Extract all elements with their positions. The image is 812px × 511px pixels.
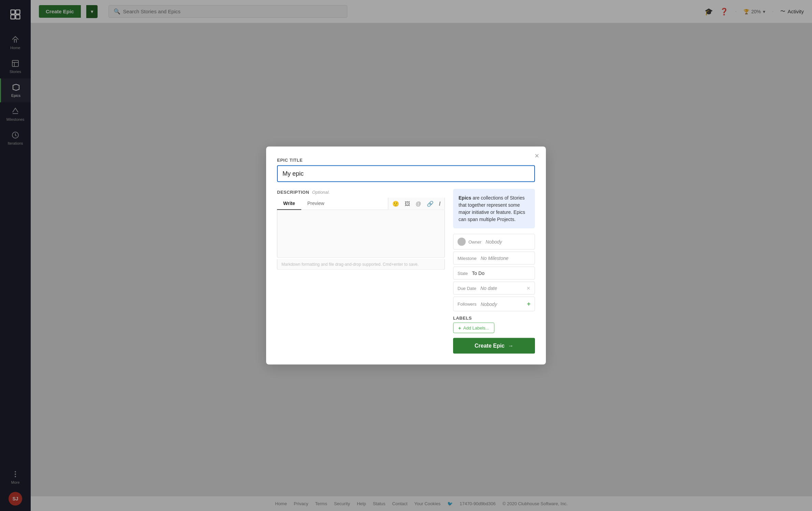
info-bold: Epics [459, 195, 471, 201]
desc-toolbar: 🙂 🖼 @ 🔗 I [388, 198, 445, 210]
owner-label: Owner [468, 239, 481, 244]
description-label: Description [277, 190, 309, 195]
modal-left: Description Optional. Write Preview 🙂 🖼 … [277, 189, 445, 354]
description-textarea[interactable] [277, 210, 445, 258]
due-date-field[interactable]: Due Date No date ✕ [453, 282, 535, 295]
tab-preview[interactable]: Preview [301, 198, 331, 210]
epic-title-input[interactable] [277, 165, 535, 182]
description-tabs: Write Preview 🙂 🖼 @ 🔗 I [277, 198, 445, 210]
create-epic-modal: × Epic Title Description Optional. Write… [266, 147, 546, 365]
due-date-clear-icon[interactable]: ✕ [526, 286, 531, 291]
milestone-value: No Milestone [481, 256, 509, 261]
close-button[interactable]: × [535, 152, 539, 160]
modal-right: Epics are collections of Stories that to… [453, 189, 535, 354]
followers-add-icon[interactable]: + [527, 301, 531, 308]
desc-hint: Markdown formatting and file drag-and-dr… [277, 259, 445, 270]
followers-field[interactable]: Followers Nobody + [453, 297, 535, 311]
tab-write[interactable]: Write [277, 198, 301, 210]
emoji-icon[interactable]: 🙂 [392, 201, 399, 207]
svg-point-12 [461, 240, 463, 242]
add-labels-text: Add Labels... [463, 325, 489, 331]
create-btn-label: Create Epic [475, 343, 505, 349]
description-header: Description Optional. [277, 189, 445, 195]
create-epic-modal-button[interactable]: Create Epic → [453, 338, 535, 354]
owner-avatar [458, 238, 466, 246]
milestone-label: Milestone [458, 256, 477, 261]
followers-value: Nobody [481, 301, 497, 307]
arrow-right-icon: → [508, 343, 513, 349]
modal-body: Description Optional. Write Preview 🙂 🖼 … [277, 189, 535, 354]
owner-field[interactable]: Owner Nobody [453, 234, 535, 250]
add-labels-button[interactable]: + Add Labels... [453, 323, 494, 333]
modal-epic-title-label: Epic Title [277, 158, 535, 163]
description-optional: Optional. [312, 190, 330, 195]
italic-icon[interactable]: I [439, 201, 440, 207]
image-icon[interactable]: 🖼 [405, 201, 410, 207]
state-value: To Do [472, 271, 484, 276]
due-date-label: Due Date [458, 286, 476, 291]
state-label: State [458, 271, 468, 276]
labels-title: Labels [453, 316, 535, 321]
add-icon: + [458, 325, 461, 331]
mention-icon[interactable]: @ [416, 201, 421, 207]
info-box: Epics are collections of Stories that to… [453, 189, 535, 229]
due-date-value: No date [480, 286, 497, 291]
followers-label: Followers [458, 302, 477, 307]
link-icon[interactable]: 🔗 [427, 201, 434, 207]
state-field[interactable]: State To Do [453, 267, 535, 280]
owner-value: Nobody [485, 239, 502, 245]
milestone-field[interactable]: Milestone No Milestone [453, 252, 535, 265]
